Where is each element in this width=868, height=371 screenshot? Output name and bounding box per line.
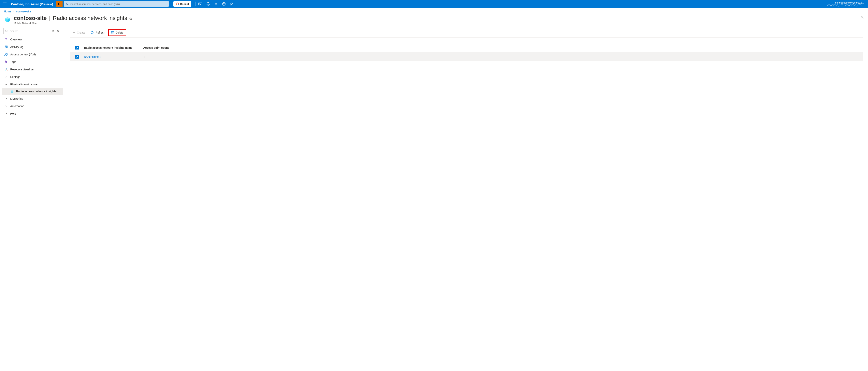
sidebar-item-physical-infrastructure[interactable]: Physical infrastructure xyxy=(2,81,63,88)
sidebar-item-resource-visualizer[interactable]: Resource visualizer xyxy=(2,66,63,73)
preview-bug-icon[interactable] xyxy=(56,1,63,7)
chevron-down-icon xyxy=(4,84,8,85)
page-subtitle: Mobile Network Site xyxy=(14,22,864,25)
svg-point-21 xyxy=(6,68,6,69)
column-header-name[interactable]: Radio access network insights name xyxy=(84,46,143,49)
search-icon xyxy=(5,30,8,33)
breadcrumb-home[interactable]: Home xyxy=(4,10,11,13)
sidebar-item-settings[interactable]: Settings xyxy=(2,73,63,81)
account-menu[interactable]: chrisqpublic@contoso.c... CONTOSO, LTD. … xyxy=(826,1,866,7)
sidebar-search[interactable] xyxy=(4,28,50,34)
page-header: contoso-site | Radio access network insi… xyxy=(0,14,868,27)
sidebar-item-ran-insights[interactable]: Radio access network insights xyxy=(2,88,63,95)
sidebar-item-label: Activity log xyxy=(10,45,24,49)
search-icon xyxy=(66,3,69,5)
global-search[interactable] xyxy=(64,1,169,7)
svg-rect-15 xyxy=(5,46,7,47)
feedback-icon[interactable] xyxy=(228,0,236,8)
sidebar-item-overview[interactable]: Overview xyxy=(2,36,63,43)
refresh-icon xyxy=(91,31,94,34)
refresh-label: Refresh xyxy=(95,31,105,34)
account-email: chrisqpublic@contoso.c... xyxy=(827,1,864,4)
page-section: Radio access network insights xyxy=(53,15,127,21)
sidebar-expand-sort-icon[interactable] xyxy=(52,30,54,33)
command-bar: Create Refresh Delete xyxy=(70,27,863,38)
account-directory: CONTOSO, LTD. (CONTOSO, LTD..... xyxy=(827,4,864,7)
sidebar-collapse-icon[interactable] xyxy=(56,30,59,33)
sidebar-item-label: Settings xyxy=(10,75,20,79)
hamburger-menu-icon[interactable] xyxy=(2,1,8,7)
svg-point-20 xyxy=(5,61,5,61)
select-all-checkbox[interactable] xyxy=(75,46,79,50)
more-actions-icon[interactable]: ··· xyxy=(135,17,140,21)
notifications-icon[interactable] xyxy=(204,0,212,8)
sidebar-item-label: Resource visualizer xyxy=(10,68,34,71)
favorite-star-icon[interactable] xyxy=(129,17,132,21)
tenant-name[interactable]: Contoso, Ltd. Azure (Preview) xyxy=(9,2,55,6)
svg-point-1 xyxy=(66,3,68,4)
ran-insights-table: Radio access network insights name Acces… xyxy=(70,43,863,61)
sidebar-item-iam[interactable]: Access control (IAM) xyxy=(2,51,63,58)
breadcrumb-separator: › xyxy=(13,10,14,13)
row-checkbox[interactable] xyxy=(75,55,79,59)
breadcrumb: Home › contoso-site xyxy=(0,8,868,14)
create-button[interactable]: Create xyxy=(70,29,88,36)
row-count-cell: 4 xyxy=(143,55,203,58)
top-navigation-bar: Contoso, Ltd. Azure (Preview) Copilot ch… xyxy=(0,0,868,8)
log-icon xyxy=(4,45,8,49)
svg-point-19 xyxy=(6,53,7,54)
svg-rect-17 xyxy=(5,47,6,48)
copilot-button[interactable]: Copilot xyxy=(174,1,191,7)
sidebar-item-help[interactable]: Help xyxy=(2,110,63,117)
sidebar-item-label: Monitoring xyxy=(10,97,23,100)
sidebar-item-tags[interactable]: Tags xyxy=(2,58,63,66)
resource-sidebar: Overview Activity log Access control (IA… xyxy=(0,27,63,117)
svg-point-12 xyxy=(5,30,7,32)
sidebar-item-label: Overview xyxy=(10,38,22,41)
title-divider: | xyxy=(49,15,50,21)
sidebar-item-label: Access control (IAM) xyxy=(10,53,36,56)
global-search-input[interactable] xyxy=(70,3,167,5)
settings-icon[interactable] xyxy=(212,0,220,8)
cube-icon xyxy=(10,90,14,93)
close-blade-icon[interactable] xyxy=(861,16,864,19)
svg-rect-4 xyxy=(198,3,202,5)
people-icon xyxy=(4,53,8,56)
visualizer-icon xyxy=(4,68,8,71)
cloud-shell-icon[interactable] xyxy=(196,0,204,8)
svg-point-7 xyxy=(230,3,232,4)
sidebar-item-automation[interactable]: Automation xyxy=(2,102,63,110)
trash-icon xyxy=(111,31,114,34)
row-name-link[interactable]: RANInsights1 xyxy=(84,55,101,58)
chevron-right-icon xyxy=(4,113,8,115)
table-header-row: Radio access network insights name Acces… xyxy=(70,43,863,52)
sidebar-item-label: Tags xyxy=(10,60,16,63)
sidebar-item-label: Help xyxy=(10,112,16,115)
tag-icon xyxy=(4,60,8,63)
breadcrumb-resource[interactable]: contoso-site xyxy=(16,10,31,13)
resource-icon xyxy=(4,16,11,23)
sidebar-item-activity-log[interactable]: Activity log xyxy=(2,43,63,51)
page-title: contoso-site xyxy=(14,15,46,21)
sidebar-item-monitoring[interactable]: Monitoring xyxy=(2,95,63,102)
plus-icon xyxy=(72,31,75,34)
chevron-right-icon xyxy=(4,98,8,100)
copilot-label: Copilot xyxy=(180,3,189,5)
sidebar-item-label: Radio access network insights xyxy=(16,90,57,93)
sidebar-item-label: Automation xyxy=(10,104,24,108)
refresh-button[interactable]: Refresh xyxy=(88,29,107,36)
table-row[interactable]: RANInsights1 4 xyxy=(70,52,863,61)
delete-label: Delete xyxy=(115,31,123,34)
svg-point-5 xyxy=(215,3,216,4)
sidebar-search-input[interactable] xyxy=(10,30,48,33)
svg-point-18 xyxy=(5,53,6,55)
svg-point-13 xyxy=(6,38,6,39)
delete-button[interactable]: Delete xyxy=(108,29,126,36)
copilot-icon xyxy=(176,2,179,5)
svg-rect-16 xyxy=(5,47,7,47)
create-label: Create xyxy=(77,31,85,34)
chevron-right-icon xyxy=(4,76,8,78)
help-icon[interactable] xyxy=(220,0,228,8)
column-header-count[interactable]: Access point count xyxy=(143,46,203,49)
content-pane: Create Refresh Delete Radio access netwo… xyxy=(63,27,868,117)
